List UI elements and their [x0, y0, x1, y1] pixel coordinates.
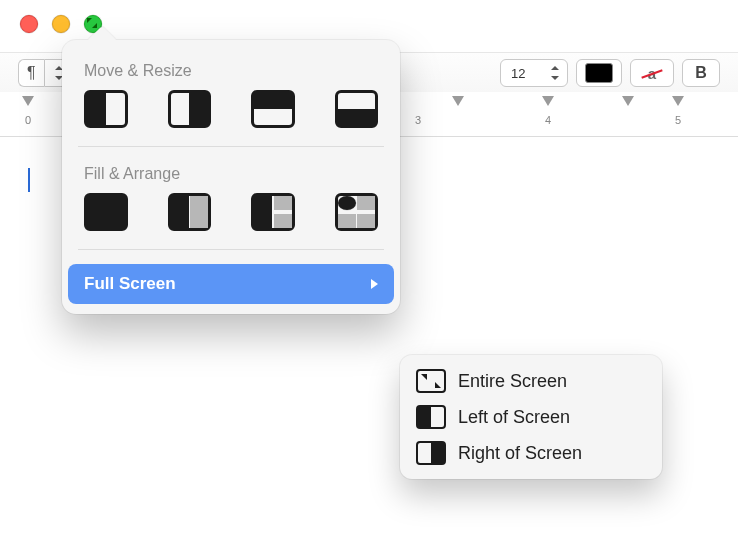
- ruler-number: 0: [25, 114, 31, 126]
- section-title-move-resize: Move & Resize: [62, 58, 400, 90]
- submenu-item-label: Right of Screen: [458, 443, 582, 464]
- tile-top-button[interactable]: [251, 90, 295, 128]
- bold-icon: B: [691, 64, 711, 82]
- tile-right-button[interactable]: [168, 90, 212, 128]
- traffic-lights: [20, 15, 102, 33]
- ruler-marker-icon[interactable]: [672, 96, 684, 106]
- strike-icon: a: [639, 63, 665, 83]
- arrange-three-button[interactable]: [251, 193, 295, 231]
- font-size-value: 12: [511, 66, 525, 81]
- submenu-item-label: Left of Screen: [458, 407, 570, 428]
- full-screen-submenu: Entire ScreenLeft of ScreenRight of Scre…: [400, 355, 662, 479]
- ruler-marker-icon[interactable]: [542, 96, 554, 106]
- submenu-item-left[interactable]: Left of Screen: [406, 399, 656, 435]
- fill-arrange-row: [62, 193, 400, 249]
- entire-screen-icon: [416, 369, 446, 393]
- arrange-halves-button[interactable]: [168, 193, 212, 231]
- strikethrough-color-button[interactable]: a: [630, 59, 674, 87]
- maximize-icon: [87, 18, 97, 28]
- divider: [78, 146, 384, 147]
- fill-screen-button[interactable]: [84, 193, 128, 231]
- ruler-marker-icon[interactable]: [622, 96, 634, 106]
- bold-button[interactable]: B: [682, 59, 720, 87]
- color-swatch-icon: [585, 63, 613, 83]
- divider: [78, 249, 384, 250]
- ruler-number: 5: [675, 114, 681, 126]
- pilcrow-icon: ¶: [27, 64, 36, 82]
- left-screen-icon: [416, 405, 446, 429]
- paragraph-button[interactable]: ¶: [18, 59, 44, 87]
- arrange-quarters-button[interactable]: [335, 193, 379, 231]
- minimize-window-button[interactable]: [52, 15, 70, 33]
- tile-bottom-button[interactable]: [335, 90, 379, 128]
- ruler-marker-icon[interactable]: [22, 96, 34, 106]
- ruler-marker-icon[interactable]: [452, 96, 464, 106]
- svg-marker-1: [92, 23, 97, 28]
- right-screen-icon: [416, 441, 446, 465]
- move-resize-row: [62, 90, 400, 146]
- ruler-number: 3: [415, 114, 421, 126]
- tile-left-button[interactable]: [84, 90, 128, 128]
- chevron-updown-icon: [549, 65, 561, 81]
- close-window-button[interactable]: [20, 15, 38, 33]
- font-size-select[interactable]: 12: [500, 59, 568, 87]
- text-caret: [28, 168, 30, 192]
- full-screen-label: Full Screen: [84, 274, 176, 294]
- submenu-item-label: Entire Screen: [458, 371, 567, 392]
- section-title-fill-arrange: Fill & Arrange: [62, 161, 400, 193]
- submenu-item-right[interactable]: Right of Screen: [406, 435, 656, 471]
- submenu-item-entire[interactable]: Entire Screen: [406, 363, 656, 399]
- window-tile-popover: Move & Resize Fill & Arrange Full Screen: [62, 40, 400, 314]
- ruler-number: 4: [545, 114, 551, 126]
- chevron-right-icon: [371, 279, 378, 289]
- svg-marker-0: [87, 18, 92, 23]
- text-color-button[interactable]: [576, 59, 622, 87]
- full-screen-menu-item[interactable]: Full Screen: [68, 264, 394, 304]
